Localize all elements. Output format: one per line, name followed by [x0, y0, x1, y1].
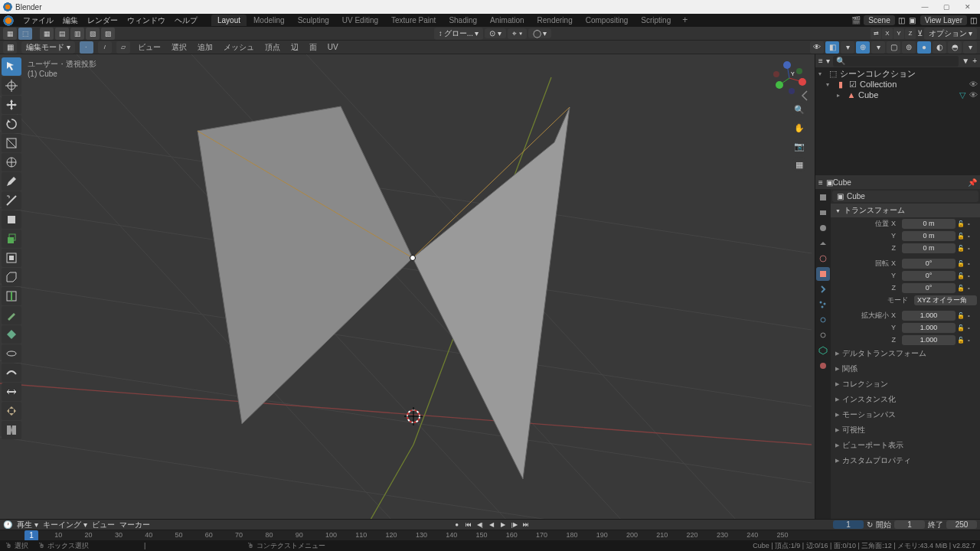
lock-icon[interactable]: 🔓 — [957, 337, 966, 344]
nav-pan-icon[interactable]: ✋ — [792, 120, 807, 135]
outliner-tree[interactable]: ▾⬚シーンコレクション ▾▮☑Collection👁 ▸▲Cube▽👁 — [815, 68, 980, 175]
tab-rendering[interactable]: Rendering — [531, 15, 579, 26]
menu-add[interactable]: 追加 — [194, 42, 216, 53]
xray-toggle[interactable]: ▢ — [887, 41, 900, 54]
shading-rendered[interactable]: ◓ — [948, 41, 962, 54]
tool-add-cube[interactable] — [2, 210, 21, 229]
section-delta[interactable]: ▶デルタトランスフォーム — [831, 346, 980, 361]
timeline-view[interactable]: ビュー — [92, 520, 115, 530]
tool-cursor-button[interactable]: ⬚ — [18, 28, 32, 40]
menu-view[interactable]: ビュー — [135, 42, 164, 53]
tool-loopcut[interactable] — [2, 287, 21, 305]
rot-y-input[interactable]: 0° — [902, 271, 956, 281]
shading-material[interactable]: ◐ — [933, 41, 946, 54]
close-button[interactable]: ✕ — [959, 2, 977, 12]
tab-sculpting[interactable]: Sculpting — [292, 15, 335, 26]
loc-z-input[interactable]: 0 m — [902, 243, 956, 253]
jump-end-button[interactable]: ⏭ — [521, 520, 531, 530]
prop-tab-particles[interactable] — [816, 298, 830, 311]
tab-shading[interactable]: Shading — [443, 15, 483, 26]
loc-x-input[interactable]: 0 m — [902, 219, 956, 229]
snap-dropdown[interactable]: ⌖ ▾ — [508, 28, 527, 39]
lock-icon[interactable]: 🔓 — [957, 312, 966, 319]
tool-measure[interactable] — [2, 191, 21, 210]
menu-edge[interactable]: 辺 — [288, 42, 302, 53]
menu-help[interactable]: ヘルプ — [170, 14, 202, 27]
tool-rip[interactable] — [2, 421, 21, 439]
outliner-new-collection-icon[interactable]: + — [972, 57, 977, 65]
shading-solid[interactable]: ● — [917, 41, 931, 54]
menu-face[interactable]: 面 — [306, 42, 320, 53]
outliner-filter-icon[interactable]: ▼ — [962, 57, 969, 65]
mirror-icon[interactable]: ⇄ — [871, 28, 881, 39]
tool-opt-4[interactable]: ▧ — [86, 28, 100, 40]
tool-bevel[interactable] — [2, 268, 21, 286]
overlay-dropdown[interactable]: ▾ — [871, 41, 885, 54]
play-reverse-button[interactable]: ◀ — [486, 520, 497, 530]
tool-polybuild[interactable] — [2, 325, 21, 344]
tool-opt-5[interactable]: ▨ — [101, 28, 115, 40]
tool-opt-1[interactable]: ▦ — [40, 28, 54, 40]
outliner-search[interactable]: 🔍 — [833, 56, 959, 67]
lock-icon[interactable]: 🔓 — [957, 233, 966, 240]
tool-spin[interactable] — [2, 344, 21, 363]
tool-inset[interactable] — [2, 249, 21, 267]
orientation-dropdown[interactable]: ↕ グロー... ▾ — [434, 28, 483, 40]
lock-icon[interactable]: 🔓 — [957, 260, 966, 267]
face-select-button[interactable]: ▱ — [116, 41, 130, 54]
section-custom[interactable]: ▶カスタムプロパティ — [831, 453, 980, 468]
visibility-icon[interactable]: 👁 — [810, 41, 824, 54]
tab-texturepaint[interactable]: Texture Paint — [385, 15, 442, 26]
start-frame-input[interactable]: 1 — [894, 520, 925, 529]
section-instancing[interactable]: ▶インスタンス化 — [831, 392, 980, 407]
rotation-mode-dropdown[interactable]: XYZ オイラー角 — [914, 295, 977, 305]
outliner-type-icon[interactable]: ≡ — [818, 57, 823, 65]
timeline-keying[interactable]: キーイング ▾ — [43, 520, 87, 530]
tool-rotate[interactable] — [2, 115, 21, 133]
scene-selector[interactable]: Scene — [864, 15, 894, 25]
tool-scale[interactable] — [2, 134, 21, 152]
properties-content[interactable]: ▣Cube ▼トランスフォーム 位置 X0 m🔓• Y0 m🔓• Z0 m🔓• … — [831, 189, 980, 519]
tool-opt-3[interactable]: ▥ — [70, 28, 84, 40]
nav-zoom-icon[interactable]: 🔍 — [792, 102, 807, 117]
current-frame-input[interactable]: 1 — [833, 520, 864, 529]
playhead[interactable]: 1 — [24, 530, 38, 540]
tool-shrink[interactable] — [2, 402, 21, 420]
tab-compositing[interactable]: Compositing — [580, 15, 635, 26]
lock-icon[interactable]: 🔓 — [957, 245, 966, 252]
prev-keyframe-button[interactable]: ◀| — [475, 520, 485, 530]
scene-new-button[interactable]: ◫ — [898, 16, 905, 24]
mirror-z-button[interactable]: Z — [905, 28, 916, 39]
nav-gizmo[interactable]: Y — [769, 57, 810, 99]
scale-z-input[interactable]: 1.000 — [902, 335, 956, 345]
props-pin-icon[interactable]: 📌 — [968, 178, 977, 187]
tool-cursor[interactable] — [2, 77, 21, 95]
rot-z-input[interactable]: 0° — [902, 283, 956, 293]
nav-perspective-icon[interactable]: ▦ — [792, 157, 807, 172]
tool-smooth[interactable] — [2, 364, 21, 382]
end-frame-input[interactable]: 250 — [946, 520, 977, 529]
gizmo-dropdown[interactable]: ▾ — [841, 41, 854, 54]
viewport-3d[interactable]: ユーザー・透視投影 (1) Cube — [0, 54, 815, 519]
viewlayer-selector[interactable]: View Layer — [920, 15, 967, 25]
tool-opt-2[interactable]: ▤ — [55, 28, 69, 40]
menu-render[interactable]: レンダー — [83, 14, 122, 27]
prop-tab-material[interactable] — [816, 359, 830, 373]
prop-tab-world[interactable] — [816, 252, 830, 266]
lock-icon[interactable]: 🔓 — [957, 324, 966, 331]
overlay-toggle[interactable]: ⊕ — [856, 41, 870, 54]
timeline-playback[interactable]: 再生 ▾ — [17, 520, 38, 530]
section-collection[interactable]: ▶コレクション — [831, 377, 980, 392]
tab-add[interactable]: + — [678, 15, 692, 26]
section-relations[interactable]: ▶関係 — [831, 361, 980, 377]
menu-uv[interactable]: UV — [325, 43, 341, 51]
transform-panel-header[interactable]: ▼トランスフォーム — [831, 204, 980, 217]
viewlayer-new-button[interactable]: ◫ — [970, 16, 977, 24]
tab-layout[interactable]: Layout — [211, 15, 247, 26]
lock-icon[interactable]: 🔓 — [957, 220, 966, 227]
prop-tab-output[interactable] — [816, 206, 830, 220]
menu-edit[interactable]: 編集 — [58, 14, 83, 27]
timeline-marker[interactable]: マーカー — [119, 520, 150, 530]
prop-tab-modifier[interactable] — [816, 282, 830, 296]
section-motionpaths[interactable]: ▶モーションパス — [831, 407, 980, 422]
